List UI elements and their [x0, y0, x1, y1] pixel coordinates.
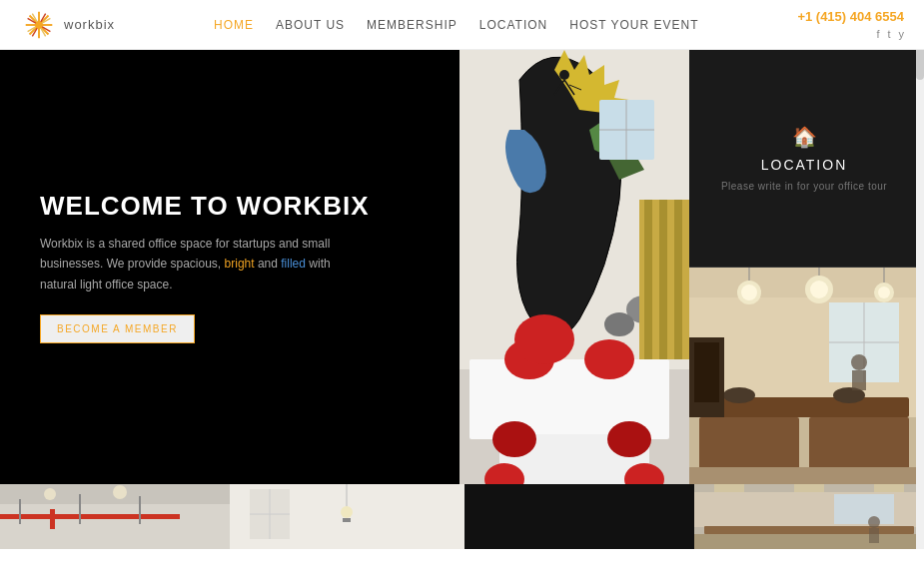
twitter-icon[interactable]: t: [887, 28, 890, 40]
svg-point-66: [113, 485, 127, 499]
location-subtitle: Please write in for your office tour: [721, 181, 887, 192]
bottom-image-3: [464, 484, 694, 549]
svg-rect-81: [714, 484, 744, 492]
nav-host[interactable]: HOST YOUR EVENT: [569, 18, 698, 32]
logo[interactable]: workbix: [20, 6, 115, 44]
location-icon: 🏠: [792, 125, 817, 149]
facebook-icon[interactable]: f: [876, 28, 879, 40]
center-artwork-image: [460, 50, 689, 484]
location-title: LOCATION: [761, 157, 848, 173]
svg-point-74: [341, 506, 353, 518]
nav-membership[interactable]: MEMBERSHIP: [367, 18, 458, 32]
hero-panel: WELCOME TO WORKBIX Workbix is a shared o…: [0, 50, 460, 484]
svg-point-58: [851, 354, 867, 370]
svg-point-20: [604, 312, 634, 336]
nav-about[interactable]: ABOUT US: [276, 18, 345, 32]
main-grid: WELCOME TO WORKBIX Workbix is a shared o…: [0, 50, 924, 549]
bottom-image-row: [0, 484, 919, 549]
nav-location[interactable]: LOCATION: [479, 18, 547, 32]
become-member-button[interactable]: BECOME A MEMBER: [40, 314, 195, 343]
svg-point-14: [584, 339, 634, 379]
svg-point-8: [35, 21, 43, 29]
office-image: [689, 268, 919, 485]
svg-point-15: [492, 421, 536, 457]
svg-point-65: [44, 488, 56, 500]
svg-rect-62: [689, 467, 919, 484]
svg-rect-23: [659, 200, 667, 359]
social-links: f t y: [876, 28, 904, 40]
svg-point-25: [514, 314, 574, 364]
svg-rect-61: [694, 342, 719, 402]
svg-rect-68: [50, 509, 55, 529]
location-panel: 🏠 LOCATION Please write in for your offi…: [689, 50, 919, 484]
svg-rect-24: [674, 200, 682, 359]
svg-point-56: [723, 387, 755, 403]
hero-title: WELCOME TO WORKBIX: [40, 191, 420, 222]
main-nav: HOME ABOUT US MEMBERSHIP LOCATION HOST Y…: [214, 18, 699, 32]
svg-rect-22: [644, 200, 652, 359]
svg-point-16: [607, 421, 651, 457]
svg-rect-89: [869, 528, 879, 543]
bottom-image-4: [694, 484, 924, 549]
svg-rect-83: [874, 484, 904, 492]
bottom-image-1: [0, 484, 230, 549]
svg-rect-85: [834, 494, 894, 524]
logo-icon: [20, 6, 58, 44]
svg-point-38: [741, 285, 757, 300]
svg-point-44: [878, 287, 890, 298]
svg-point-88: [868, 516, 880, 528]
logo-text: workbix: [64, 17, 115, 32]
svg-rect-82: [794, 484, 824, 492]
highlight-filled: filled: [281, 257, 306, 271]
location-info-panel: 🏠 LOCATION Please write in for your offi…: [689, 50, 919, 268]
svg-point-41: [810, 281, 828, 298]
office-svg: [689, 268, 919, 484]
bottom-image-2: [230, 484, 464, 549]
artwork-svg: [460, 50, 689, 484]
svg-rect-87: [694, 534, 924, 549]
header-right: +1 (415) 404 6554 f t y: [797, 9, 904, 40]
header: workbix HOME ABOUT US MEMBERSHIP LOCATIO…: [0, 0, 924, 50]
youtube-icon[interactable]: y: [899, 28, 905, 40]
hero-description: Workbix is a shared office space for sta…: [40, 234, 340, 294]
svg-rect-86: [704, 526, 914, 534]
phone-number[interactable]: +1 (415) 404 6554: [797, 9, 904, 24]
svg-rect-75: [343, 518, 351, 522]
svg-point-26: [559, 70, 569, 80]
highlight-bright: bright: [225, 257, 255, 271]
scrollbar[interactable]: [916, 0, 924, 549]
svg-rect-59: [852, 370, 866, 390]
nav-home[interactable]: HOME: [214, 18, 254, 32]
svg-rect-67: [0, 514, 180, 519]
svg-rect-79: [464, 484, 694, 549]
